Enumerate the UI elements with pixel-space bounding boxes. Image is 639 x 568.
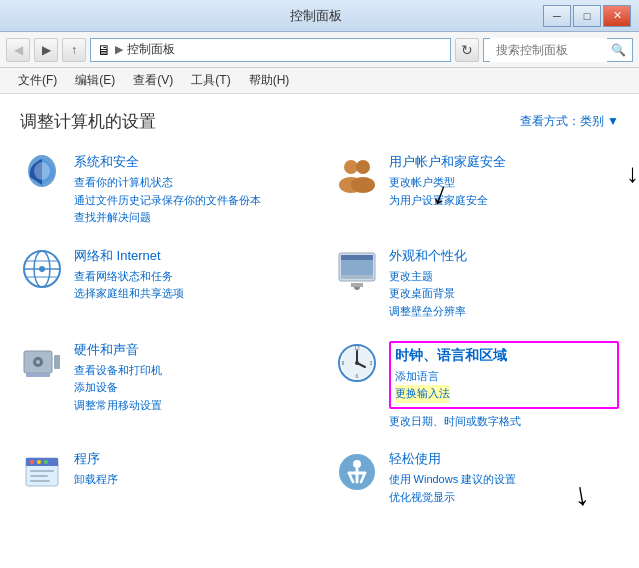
icon-ease <box>335 450 379 494</box>
svg-point-5 <box>351 177 375 193</box>
link-appearance-2[interactable]: 更改桌面背景 <box>389 285 620 303</box>
icon-clock-region: 12 6 9 3 <box>335 341 379 385</box>
svg-rect-39 <box>30 480 50 482</box>
link-ease-1[interactable]: 使用 Windows 建议的设置 <box>389 471 620 489</box>
svg-rect-19 <box>54 355 60 369</box>
section-programs: 程序 卸载程序 <box>20 450 305 506</box>
text-network: 网络和 Internet 查看网络状态和任务 选择家庭组和共享选项 <box>74 247 305 303</box>
link-system-security-2[interactable]: 通过文件历史记录保存你的文件备份本 <box>74 192 305 210</box>
link-system-security-title[interactable]: 系统和安全 <box>74 153 305 171</box>
maximize-button[interactable]: □ <box>573 5 601 27</box>
sections-grid: 系统和安全 查看你的计算机状态 通过文件历史记录保存你的文件备份本 查找并解决问… <box>20 153 619 521</box>
link-clock-region-3[interactable]: 更改日期、时间或数字格式 <box>389 413 620 431</box>
link-user-accounts-2[interactable]: 为用户设置家庭安全 <box>389 192 620 210</box>
link-programs-1[interactable]: 卸载程序 <box>74 471 305 489</box>
svg-point-1 <box>34 162 50 180</box>
highlighted-box: 时钟、语言和区域 添加语言 更换输入法 <box>389 341 620 409</box>
text-hardware: 硬件和声音 查看设备和打印机 添加设备 调整常用移动设置 <box>74 341 305 415</box>
main-content: 调整计算机的设置 查看方式：类别 ▼ 系 <box>0 94 639 568</box>
icon-programs <box>20 450 64 494</box>
back-button[interactable]: ◀ <box>6 38 30 62</box>
text-clock-region: 时钟、语言和区域 添加语言 更换输入法 更改日期、时间或数字格式 <box>389 341 620 431</box>
forward-button[interactable]: ▶ <box>34 38 58 62</box>
section-hardware: 硬件和声音 查看设备和打印机 添加设备 调整常用移动设置 <box>20 341 305 431</box>
svg-point-11 <box>39 266 45 272</box>
menu-file[interactable]: 文件(F) <box>10 70 65 91</box>
svg-text:9: 9 <box>341 360 344 366</box>
link-clock-region-2[interactable]: 更换输入法 <box>395 385 450 403</box>
link-hardware-1[interactable]: 查看设备和打印机 <box>74 362 305 380</box>
menu-edit[interactable]: 编辑(E) <box>67 70 123 91</box>
up-button[interactable]: ↑ <box>62 38 86 62</box>
svg-point-3 <box>356 160 370 174</box>
link-ease-title[interactable]: 轻松使用 <box>389 450 620 468</box>
link-appearance-3[interactable]: 调整壁垒分辨率 <box>389 303 620 321</box>
title-bar: 控制面板 ─ □ ✕ <box>0 0 639 32</box>
menu-view[interactable]: 查看(V) <box>125 70 181 91</box>
link-hardware-3[interactable]: 调整常用移动设置 <box>74 397 305 415</box>
minimize-button[interactable]: ─ <box>543 5 571 27</box>
link-appearance-title[interactable]: 外观和个性化 <box>389 247 620 265</box>
page-title: 调整计算机的设置 <box>20 110 156 133</box>
svg-rect-20 <box>26 373 50 377</box>
icon-system-security <box>20 153 64 197</box>
refresh-button[interactable]: ↻ <box>455 38 479 62</box>
section-user-accounts: 用户帐户和家庭安全 更改帐户类型 为用户设置家庭安全 ↓ <box>335 153 620 227</box>
window: 控制面板 ─ □ ✕ ◀ ▶ ↑ 🖥 ▶ 控制面板 ↻ 🔍 文件(F) 编辑(E… <box>0 0 639 568</box>
icon-network <box>20 247 64 291</box>
link-system-security-3[interactable]: 查找并解决问题 <box>74 209 305 227</box>
section-ease: 轻松使用 使用 Windows 建议的设置 优化视觉显示 <box>335 450 620 506</box>
svg-point-36 <box>44 460 48 464</box>
link-network-2[interactable]: 选择家庭组和共享选项 <box>74 285 305 303</box>
text-ease: 轻松使用 使用 Windows 建议的设置 优化视觉显示 <box>389 450 620 506</box>
content-header: 调整计算机的设置 查看方式：类别 ▼ <box>20 110 619 133</box>
svg-rect-17 <box>351 283 363 287</box>
svg-text:6: 6 <box>355 373 358 379</box>
address-bar: ◀ ▶ ↑ 🖥 ▶ 控制面板 ↻ 🔍 <box>0 32 639 68</box>
link-clock-region-1[interactable]: 添加语言 <box>395 368 614 386</box>
link-system-security-1[interactable]: 查看你的计算机状态 <box>74 174 305 192</box>
window-controls: ─ □ ✕ <box>543 5 631 27</box>
link-user-accounts-title[interactable]: 用户帐户和家庭安全 <box>389 153 620 171</box>
menu-help[interactable]: 帮助(H) <box>241 70 298 91</box>
link-network-title[interactable]: 网络和 Internet <box>74 247 305 265</box>
link-programs-title[interactable]: 程序 <box>74 450 305 468</box>
section-clock-region: 12 6 9 3 时钟、语言和区域 添加语言 更换输入法 更改日期、时间或数字格… <box>335 341 620 431</box>
section-network: 网络和 Internet 查看网络状态和任务 选择家庭组和共享选项 <box>20 247 305 321</box>
search-icon: 🔍 <box>611 43 626 57</box>
window-title: 控制面板 <box>88 7 543 25</box>
link-user-accounts-1[interactable]: 更改帐户类型 <box>389 174 620 192</box>
icon-user-accounts <box>335 153 379 197</box>
link-hardware-title[interactable]: 硬件和声音 <box>74 341 305 359</box>
icon-appearance <box>335 247 379 291</box>
text-appearance: 外观和个性化 更改主题 更改桌面背景 调整壁垒分辨率 <box>389 247 620 321</box>
svg-rect-38 <box>30 475 48 477</box>
link-ease-2[interactable]: 优化视觉显示 <box>389 489 620 507</box>
text-user-accounts: 用户帐户和家庭安全 更改帐户类型 为用户设置家庭安全 <box>389 153 620 209</box>
svg-point-35 <box>37 460 41 464</box>
svg-rect-37 <box>30 470 54 472</box>
svg-text:12: 12 <box>354 345 360 351</box>
content-area: 调整计算机的设置 查看方式：类别 ▼ 系 <box>0 94 639 568</box>
svg-rect-14 <box>341 255 373 260</box>
link-hardware-2[interactable]: 添加设备 <box>74 379 305 397</box>
link-clock-region-title[interactable]: 时钟、语言和区域 <box>395 347 614 365</box>
address-text: 控制面板 <box>127 41 175 58</box>
text-programs: 程序 卸载程序 <box>74 450 305 489</box>
view-mode-selector[interactable]: 查看方式：类别 ▼ <box>520 113 619 130</box>
link-network-1[interactable]: 查看网络状态和任务 <box>74 268 305 286</box>
svg-point-27 <box>355 361 359 365</box>
menu-tools[interactable]: 工具(T) <box>183 70 238 91</box>
text-system-security: 系统和安全 查看你的计算机状态 通过文件历史记录保存你的文件备份本 查找并解决问… <box>74 153 305 227</box>
svg-point-34 <box>30 460 34 464</box>
menu-bar: 文件(F) 编辑(E) 查看(V) 工具(T) 帮助(H) <box>0 68 639 94</box>
icon-hardware <box>20 341 64 385</box>
svg-point-2 <box>344 160 358 174</box>
section-appearance: 外观和个性化 更改主题 更改桌面背景 调整壁垒分辨率 <box>335 247 620 321</box>
svg-text:3: 3 <box>369 360 372 366</box>
close-button[interactable]: ✕ <box>603 5 631 27</box>
search-input[interactable] <box>490 38 607 62</box>
link-appearance-1[interactable]: 更改主题 <box>389 268 620 286</box>
section-system-security: 系统和安全 查看你的计算机状态 通过文件历史记录保存你的文件备份本 查找并解决问… <box>20 153 305 227</box>
svg-rect-15 <box>341 275 373 279</box>
